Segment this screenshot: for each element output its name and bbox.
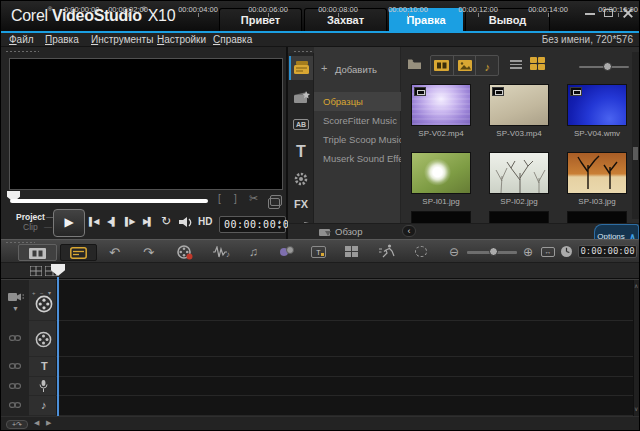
repeat-icon[interactable]: ↻ xyxy=(161,214,171,228)
menu-tools[interactable]: Инструменты xyxy=(91,34,153,45)
lasso-icon[interactable] xyxy=(415,246,427,257)
show-all-tracks-icon[interactable] xyxy=(8,292,24,302)
track-options-arrow-icon[interactable]: ▼ xyxy=(12,305,19,312)
preview-timecode[interactable]: 00:00:00:00 ▲▼ xyxy=(219,216,286,233)
nav-instant-project[interactable] xyxy=(289,85,313,109)
play-button[interactable]: ▶ xyxy=(53,209,85,237)
project-duration-field[interactable]: 0:00:00:00 xyxy=(578,245,637,258)
thumbnail-zoom-knob[interactable] xyxy=(603,62,612,71)
sound-mixer-icon[interactable]: ♪ xyxy=(213,246,230,258)
playhead-line[interactable] xyxy=(57,277,59,416)
media-thumbnail[interactable] xyxy=(489,211,549,223)
mark-in-icon[interactable]: [ xyxy=(218,193,221,204)
go-to-end-icon[interactable]: ▶▌ xyxy=(143,217,152,226)
tracks-scrollbar[interactable] xyxy=(633,280,640,416)
video-track-icon[interactable] xyxy=(35,295,53,313)
options-button[interactable]: Options ∧ xyxy=(594,224,639,239)
mark-out-icon[interactable]: ] xyxy=(234,193,237,204)
timeline-zoom-knob[interactable] xyxy=(489,247,498,256)
timecode-step-down-icon[interactable]: ▼ xyxy=(277,224,282,230)
nav-graphics[interactable] xyxy=(289,167,313,191)
media-thumbnail-image[interactable] xyxy=(411,152,471,194)
title-track-row[interactable] xyxy=(29,357,633,377)
media-thumbnail-video[interactable] xyxy=(411,84,471,126)
redo-icon[interactable]: ↷ xyxy=(143,246,154,259)
folder-icon[interactable] xyxy=(407,58,422,70)
filter-photos-button[interactable] xyxy=(454,56,477,75)
gallery-scrollbar[interactable] xyxy=(632,52,639,219)
scroll-left-icon[interactable]: ◀ xyxy=(34,419,39,427)
grid-view-icon[interactable] xyxy=(530,57,545,71)
music-track-row[interactable] xyxy=(29,396,633,416)
filter-videos-button[interactable] xyxy=(431,56,454,75)
nav-titles[interactable]: T xyxy=(289,139,313,165)
next-frame-icon[interactable]: ▌▶ xyxy=(125,217,134,226)
category-muserk[interactable]: Muserk Sound Effect xyxy=(314,149,401,168)
split-clip-icon[interactable]: ✂ xyxy=(249,192,258,205)
auto-music-icon[interactable]: ♫ xyxy=(249,246,258,259)
scroll-up-icon[interactable]: ∧ xyxy=(634,282,638,289)
project-duration-clock-icon[interactable] xyxy=(560,245,573,258)
nav-media-library[interactable] xyxy=(289,56,313,80)
title-link-icon[interactable] xyxy=(9,362,21,370)
category-samples[interactable]: Образцы xyxy=(314,92,401,111)
media-thumbnail-image[interactable] xyxy=(567,152,627,194)
list-view-icon[interactable] xyxy=(510,60,522,69)
menu-edit[interactable]: Правка xyxy=(45,34,79,45)
media-thumbnail-image[interactable] xyxy=(489,152,549,194)
panel-grip[interactable] xyxy=(5,50,39,53)
menu-help[interactable]: Справка xyxy=(213,34,252,45)
category-triple-scoop[interactable]: Triple Scoop Music xyxy=(314,130,401,149)
undo-icon[interactable]: ↶ xyxy=(109,246,120,259)
menu-file[interactable]: Файл xyxy=(9,34,34,45)
nav-filters[interactable]: FX xyxy=(289,193,313,217)
swap-tracks-button[interactable]: +↷ xyxy=(6,420,28,429)
previous-frame-icon[interactable]: ◀▌ xyxy=(107,217,116,226)
scrubber-track[interactable] xyxy=(10,199,208,203)
voice-track-icon[interactable] xyxy=(39,380,48,393)
media-thumbnail[interactable] xyxy=(411,211,471,223)
voice-link-icon[interactable] xyxy=(9,382,21,390)
media-thumbnail-video[interactable] xyxy=(567,84,627,126)
add-folder-label[interactable]: Добавить xyxy=(335,64,377,75)
overlay-track-row[interactable] xyxy=(29,321,633,357)
category-scorefitter[interactable]: ScoreFitter Music xyxy=(314,111,401,130)
mask-creator-icon[interactable] xyxy=(280,246,296,257)
fit-project-icon[interactable]: ↔ xyxy=(541,247,555,257)
music-track-icon[interactable]: ♪ xyxy=(41,399,47,411)
svg-text:♪: ♪ xyxy=(226,250,230,258)
overlay-link-icon[interactable] xyxy=(9,334,21,342)
timeline-ruler[interactable] xyxy=(1,263,640,279)
gallery-scrollbar-thumb[interactable] xyxy=(633,147,638,160)
motion-tracking-icon[interactable] xyxy=(379,244,395,258)
go-to-start-icon[interactable]: ▌◀ xyxy=(89,217,98,226)
volume-icon[interactable] xyxy=(179,217,193,228)
scroll-right-icon[interactable]: ▶ xyxy=(46,419,51,427)
video-track-row[interactable] xyxy=(29,287,633,321)
filter-audio-button[interactable]: ♪ xyxy=(476,56,498,75)
hd-toggle[interactable]: HD xyxy=(198,216,212,227)
media-thumbnail[interactable] xyxy=(567,211,627,223)
add-folder-plus-icon[interactable]: + xyxy=(321,62,327,74)
media-thumbnail-video[interactable] xyxy=(489,84,549,126)
project-mode-label[interactable]: Project xyxy=(16,212,45,222)
track-view-small-icon[interactable] xyxy=(30,266,42,276)
overlay-track-icon[interactable] xyxy=(35,331,52,348)
clip-mode-label[interactable]: Clip xyxy=(23,222,38,232)
subtitle-editor-icon[interactable]: T xyxy=(311,246,326,258)
split-screen-template-icon[interactable] xyxy=(345,246,358,258)
scroll-down-icon[interactable]: ∨ xyxy=(634,405,638,412)
voice-track-row[interactable] xyxy=(29,377,633,396)
timeline-view-button[interactable] xyxy=(60,244,97,261)
browse-button[interactable]: Обзор xyxy=(335,226,362,237)
zoom-out-icon[interactable]: ⊖ xyxy=(449,246,459,259)
title-track-icon[interactable]: T xyxy=(41,360,48,372)
zoom-in-icon[interactable]: ⊕ xyxy=(523,246,533,259)
record-capture-icon[interactable] xyxy=(177,245,193,260)
gallery-scroll-left-button[interactable]: ‹ xyxy=(402,225,416,237)
menu-settings[interactable]: Настройки xyxy=(157,34,206,45)
storyboard-view-button[interactable] xyxy=(18,244,57,261)
music-link-icon[interactable] xyxy=(9,401,21,409)
enlarge-preview-icon[interactable] xyxy=(270,195,282,206)
nav-transitions[interactable]: AB xyxy=(289,113,313,137)
